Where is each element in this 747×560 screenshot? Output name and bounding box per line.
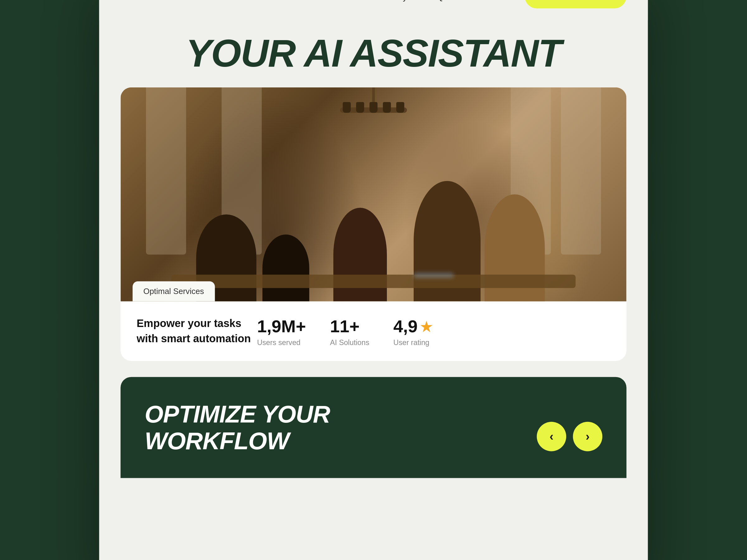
navbar: Home Services Features Community FAQs GE… (99, 0, 648, 21)
main-card: Optimal Services Empower your tasks with… (121, 87, 626, 361)
stat-ai-solutions: 11+ AI Solutions (330, 316, 369, 346)
next-arrow-icon: › (586, 430, 590, 444)
stat-user-rating: 4,9 ★ User rating (393, 316, 432, 346)
card-stats-section: Empower your tasks with smart automation… (121, 301, 626, 361)
stat-label-solutions: AI Solutions (330, 338, 369, 346)
stat-number-solutions: 11+ (330, 316, 360, 337)
laptop-glow (414, 272, 454, 278)
stat-label-rating: User rating (393, 338, 430, 346)
stats-group: 1,9M+ Users served 11+ AI Solutions 4,9 … (257, 316, 432, 346)
nav-item-home[interactable]: Home (216, 0, 239, 2)
chandelier (333, 87, 414, 141)
card-tagline: Empower your tasks with smart automation (137, 316, 257, 346)
nav-item-community[interactable]: Community (363, 0, 407, 2)
nav-item-features[interactable]: Features (310, 0, 344, 2)
chandelier-bulb-2 (356, 102, 364, 113)
stat-label-users: Users served (257, 338, 300, 346)
chandelier-bulb-4 (383, 102, 391, 113)
browser-window: Home Services Features Community FAQs GE… (99, 0, 648, 560)
stat-number-rating: 4,9 ★ (393, 316, 432, 337)
cta-arrow-icon: → (603, 0, 613, 2)
office-photo (121, 87, 626, 301)
chandelier-bulb-5 (396, 102, 404, 113)
prev-arrow-button[interactable]: ‹ (537, 422, 566, 451)
hero-section: YOUR AI ASSISTANT (99, 21, 648, 73)
prev-arrow-icon: ‹ (549, 430, 553, 444)
hero-title: YOUR AI ASSISTANT (121, 34, 626, 73)
window-light-4 (561, 87, 601, 255)
window-light-1 (146, 87, 186, 255)
card-image-wrapper: Optimal Services (121, 87, 626, 301)
nav-links: Home Services Features Community FAQs (216, 0, 447, 2)
nav-item-services[interactable]: Services (258, 0, 291, 2)
star-icon: ★ (420, 319, 432, 335)
nav-arrows-group: ‹ › (537, 422, 602, 451)
logo-icon (121, 0, 139, 4)
stat-users-served: 1,9M+ Users served (257, 316, 306, 346)
chandelier-bulb-1 (343, 102, 351, 113)
office-table (171, 275, 576, 288)
person-silhouette-2 (262, 235, 309, 301)
next-arrow-button[interactable]: › (573, 422, 602, 451)
chandelier-bar (340, 107, 407, 113)
stat-number-users: 1,9M+ (257, 316, 306, 337)
bottom-title: OPTIMIZE YOUR WORKFLOW (145, 401, 330, 454)
logo (121, 0, 139, 4)
nav-item-faqs[interactable]: FAQs (426, 0, 448, 2)
bottom-dark-section: OPTIMIZE YOUR WORKFLOW ‹ › (121, 377, 626, 478)
get-in-touch-button[interactable]: GET IN TOUCH → (524, 0, 626, 8)
optimal-badge: Optimal Services (133, 281, 215, 301)
chandelier-bulb-3 (369, 102, 378, 113)
